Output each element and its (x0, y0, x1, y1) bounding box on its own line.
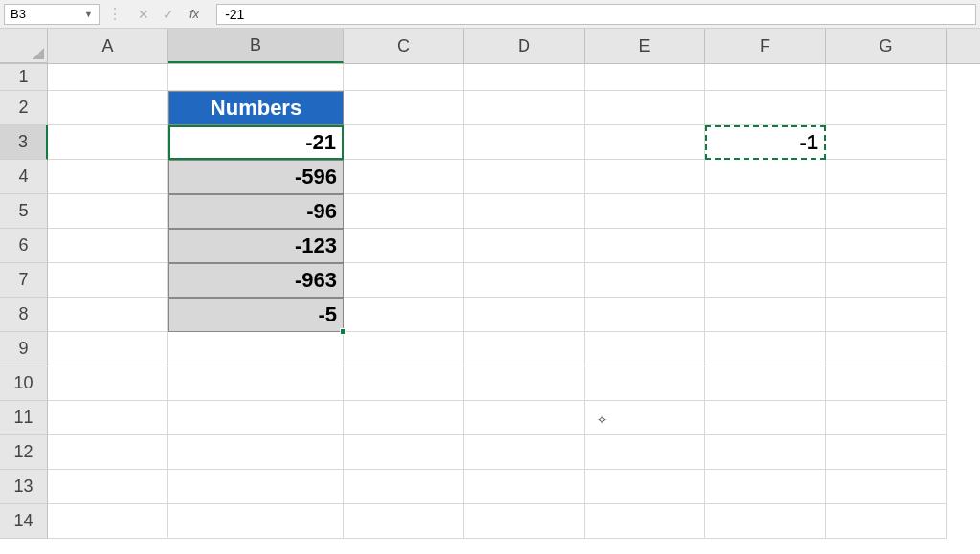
cell-D13[interactable] (464, 470, 585, 504)
row-header-14[interactable]: 14 (0, 504, 48, 539)
cell-E9[interactable] (585, 332, 705, 366)
cell-B2[interactable]: Numbers (168, 91, 344, 125)
cell-F9[interactable] (705, 332, 826, 366)
cell-D6[interactable] (464, 229, 585, 263)
cell-C11[interactable] (344, 401, 464, 435)
cell-A13[interactable] (48, 470, 168, 504)
cell-C12[interactable] (344, 435, 464, 470)
cell-A5[interactable] (48, 194, 168, 229)
col-header-C[interactable]: C (344, 29, 464, 63)
cell-D5[interactable] (464, 194, 585, 229)
cell-A9[interactable] (48, 332, 168, 366)
cell-F14[interactable] (705, 504, 826, 539)
cell-A4[interactable] (48, 160, 168, 194)
cell-D11[interactable] (464, 401, 585, 435)
name-box[interactable]: B3 ▼ (4, 4, 100, 25)
cell-E12[interactable] (585, 435, 705, 470)
cell-G14[interactable] (826, 504, 947, 539)
col-header-E[interactable]: E (585, 29, 705, 63)
row-header-4[interactable]: 4 (0, 160, 48, 194)
cell-G3[interactable] (826, 125, 947, 160)
cell-G7[interactable] (826, 263, 947, 298)
cell-A10[interactable] (48, 366, 168, 401)
cell-E1[interactable] (585, 64, 705, 91)
cell-C2[interactable] (344, 91, 464, 125)
cell-D9[interactable] (464, 332, 585, 366)
cell-E11[interactable] (585, 401, 705, 435)
cell-B9[interactable] (168, 332, 344, 366)
cell-A7[interactable] (48, 263, 168, 298)
cell-B8[interactable]: -5 (168, 298, 344, 332)
cell-C5[interactable] (344, 194, 464, 229)
cell-A8[interactable] (48, 298, 168, 332)
row-header-3[interactable]: 3 (0, 125, 48, 160)
cell-G4[interactable] (826, 160, 947, 194)
cell-B11[interactable] (168, 401, 344, 435)
cell-B4[interactable]: -596 (168, 160, 344, 194)
cell-E4[interactable] (585, 160, 705, 194)
cell-F5[interactable] (705, 194, 826, 229)
row-header-1[interactable]: 1 (0, 64, 48, 91)
row-header-9[interactable]: 9 (0, 332, 48, 366)
cell-E7[interactable] (585, 263, 705, 298)
cell-B10[interactable] (168, 366, 344, 401)
cell-A11[interactable] (48, 401, 168, 435)
cell-G5[interactable] (826, 194, 947, 229)
cell-D14[interactable] (464, 504, 585, 539)
row-header-7[interactable]: 7 (0, 263, 48, 298)
formula-input[interactable]: -21 (216, 4, 976, 25)
cell-F3[interactable]: -1 (705, 125, 826, 160)
cell-B14[interactable] (168, 504, 344, 539)
cell-G1[interactable] (826, 64, 947, 91)
cell-D3[interactable] (464, 125, 585, 160)
cell-G10[interactable] (826, 366, 947, 401)
cell-C1[interactable] (344, 64, 464, 91)
cell-E8[interactable] (585, 298, 705, 332)
row-header-12[interactable]: 12 (0, 435, 48, 470)
cell-F2[interactable] (705, 91, 826, 125)
cell-E6[interactable] (585, 229, 705, 263)
cell-E14[interactable] (585, 504, 705, 539)
cell-E5[interactable] (585, 194, 705, 229)
cell-D1[interactable] (464, 64, 585, 91)
cell-G12[interactable] (826, 435, 947, 470)
row-header-10[interactable]: 10 (0, 366, 48, 401)
cell-D4[interactable] (464, 160, 585, 194)
cell-C7[interactable] (344, 263, 464, 298)
name-box-dropdown-icon[interactable]: ▼ (84, 10, 93, 19)
cell-C10[interactable] (344, 366, 464, 401)
row-header-13[interactable]: 13 (0, 470, 48, 504)
cell-C3[interactable] (344, 125, 464, 160)
cell-B1[interactable] (168, 64, 344, 91)
cell-A2[interactable] (48, 91, 168, 125)
cell-G2[interactable] (826, 91, 947, 125)
row-header-8[interactable]: 8 (0, 298, 48, 332)
cell-G11[interactable] (826, 401, 947, 435)
cell-D2[interactable] (464, 91, 585, 125)
cell-C9[interactable] (344, 332, 464, 366)
cell-C8[interactable] (344, 298, 464, 332)
fx-icon[interactable]: fx (186, 7, 203, 21)
cell-C14[interactable] (344, 504, 464, 539)
col-header-A[interactable]: A (48, 29, 168, 63)
row-header-2[interactable]: 2 (0, 91, 48, 125)
cell-G6[interactable] (826, 229, 947, 263)
cell-B12[interactable] (168, 435, 344, 470)
cell-F7[interactable] (705, 263, 826, 298)
cell-A12[interactable] (48, 435, 168, 470)
cell-B7[interactable]: -963 (168, 263, 344, 298)
cell-E3[interactable] (585, 125, 705, 160)
cell-E10[interactable] (585, 366, 705, 401)
row-header-5[interactable]: 5 (0, 194, 48, 229)
cell-D10[interactable] (464, 366, 585, 401)
accept-icon[interactable]: ✓ (161, 7, 176, 22)
cell-D7[interactable] (464, 263, 585, 298)
cell-B6[interactable]: -123 (168, 229, 344, 263)
cell-A3[interactable] (48, 125, 168, 160)
cell-B13[interactable] (168, 470, 344, 504)
cell-F12[interactable] (705, 435, 826, 470)
select-all-corner[interactable] (0, 29, 48, 63)
cell-C6[interactable] (344, 229, 464, 263)
cell-D8[interactable] (464, 298, 585, 332)
cell-F8[interactable] (705, 298, 826, 332)
